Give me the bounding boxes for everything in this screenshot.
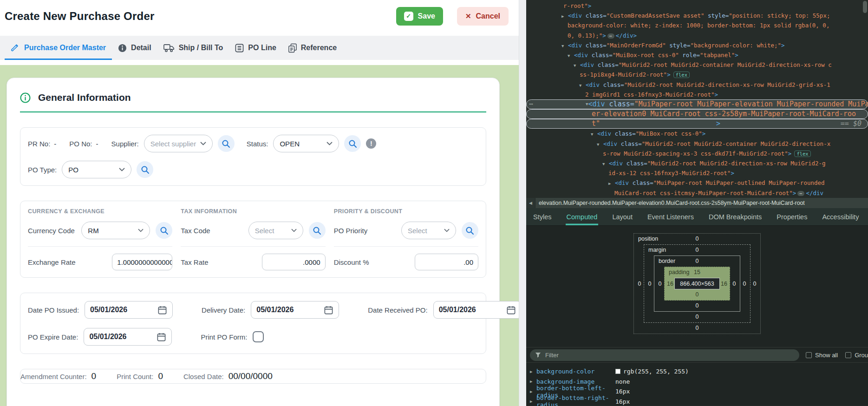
devtools-tab-computed[interactable]: Computed xyxy=(566,208,599,225)
calendar-icon[interactable] xyxy=(324,305,333,315)
box-model-border-layer[interactable]: border 0 0 padding 15 16 xyxy=(654,255,740,312)
status-select[interactable]: OPEN xyxy=(273,135,339,152)
devtools-tree-node-line[interactable]: ss-1pi8xg4-MuiGrid2-root">flex xyxy=(526,70,868,79)
tax-code-search-button[interactable] xyxy=(309,222,326,239)
show-all-checkbox[interactable] xyxy=(806,352,812,358)
computed-property-row[interactable]: ▶border-bottom-right-radius16px xyxy=(526,397,868,406)
node-expand-arrow-icon[interactable]: ▶ xyxy=(561,12,568,21)
property-expand-arrow-icon[interactable]: ▶ xyxy=(530,389,536,394)
node-expand-arrow-icon[interactable]: ▼ xyxy=(561,41,568,51)
discount-input[interactable]: .00 xyxy=(415,254,478,270)
devtools-tab-event-listeners[interactable]: Event Listeners xyxy=(646,208,695,225)
pr-no-label: PR No: xyxy=(28,140,50,148)
devtools-tree-node-line[interactable]: ▶<div class="CustomBreadAssetSave asset"… xyxy=(526,11,868,20)
cancel-button[interactable]: ✕ Cancel xyxy=(457,7,509,26)
devtools-selected-node-line[interactable]: t"> == $0 xyxy=(526,119,868,129)
flex-badge[interactable]: flex xyxy=(673,72,690,78)
box-model-margin-layer[interactable]: margin 0 0 border 0 0 xyxy=(644,244,751,323)
node-expand-arrow-icon[interactable]: ▶ xyxy=(608,179,615,189)
devtools-tree-node-line[interactable]: 0, 0.13);">⋯</div> xyxy=(526,31,868,40)
group-checkbox[interactable] xyxy=(845,352,851,358)
property-expand-arrow-icon[interactable]: ▶ xyxy=(530,379,536,384)
devtools-tree-node-line[interactable]: ▼<div class="MuiGrid2-root MuiGrid2-dire… xyxy=(526,158,868,168)
devtools-tree-node-line[interactable]: r-root"> xyxy=(526,1,868,11)
devtools-tab-layout[interactable]: Layout xyxy=(611,208,633,225)
devtools-tree-node-line[interactable]: id-xs-12 css-16fnxy3-MuiGrid2-root"> xyxy=(526,168,868,178)
calendar-icon[interactable] xyxy=(157,305,167,315)
tab-purchase-order-master[interactable]: Purchase Order Master xyxy=(5,36,112,60)
property-expand-arrow-icon[interactable]: ▶ xyxy=(530,369,536,374)
code-token: </div xyxy=(806,190,823,196)
devtools-tree-node-line[interactable]: MuiCard-root css-itcmsy-MuiPaper-root-Mu… xyxy=(526,188,868,198)
save-button[interactable]: ✓ Save xyxy=(396,7,443,26)
code-token: r-root" xyxy=(563,2,588,9)
tab-ship-bill-to[interactable]: Ship / Bill To xyxy=(157,36,229,60)
po-type-search-button[interactable] xyxy=(137,161,153,178)
node-expand-arrow-icon[interactable]: ▼ xyxy=(574,61,580,71)
box-model-content-size[interactable]: 866.400×563 xyxy=(674,278,720,289)
devtools-selected-node-line[interactable]: er-elevation0 MuiCard-root css-2s58ym-Mu… xyxy=(526,109,868,119)
devtools-tree-node-line[interactable]: s-row MuiGrid2-spacing-xs-3 css-dkd71f-M… xyxy=(526,149,868,158)
exchange-rate-input[interactable]: 1.0000000000000 xyxy=(112,254,172,270)
collapsed-content-icon[interactable]: ⋯ xyxy=(607,33,614,39)
currency-tax-priority-box: CURRENCY & EXCHANGE Currency Code RM xyxy=(20,201,486,278)
tab-detail[interactable]: Detail xyxy=(112,36,157,60)
currency-search-button[interactable] xyxy=(156,222,172,239)
purchase-order-app: Create New Purchase Order ✓ Save ✕ Cance… xyxy=(0,0,519,406)
tax-code-select[interactable]: Select xyxy=(248,222,303,239)
devtools-tab-properties[interactable]: Properties xyxy=(776,208,808,225)
currency-code-select[interactable]: RM xyxy=(81,222,150,239)
devtools-tree-node-line[interactable]: ▼<div class="MainOrderFromGd" style="bac… xyxy=(526,40,868,50)
node-expand-arrow-icon[interactable]: ▼ xyxy=(591,130,597,139)
devtools-tree-node-line[interactable]: 2 imgGird1 css-16fnxy3-MuiGrid2-root"> xyxy=(526,90,868,99)
po-type-select[interactable]: PO xyxy=(62,161,131,178)
po-priority-select[interactable]: Select xyxy=(401,222,456,239)
tab-reference[interactable]: Reference xyxy=(282,36,343,60)
supplier-search-button[interactable] xyxy=(218,135,235,152)
date-po-issued-label: Date PO Issued: xyxy=(28,306,79,314)
devtools-tree-node-line[interactable]: ▼<div class="MuiBox-root css-0"> xyxy=(526,129,868,138)
calendar-icon[interactable] xyxy=(157,332,166,342)
box-model-position-layer[interactable]: position 0 0 margin 0 0 border 0 xyxy=(633,233,761,334)
property-expand-arrow-icon[interactable]: ▶ xyxy=(530,399,536,404)
devtools-tree-node-line[interactable]: ▼<div class="MuiGrid2-root MuiGrid2-cont… xyxy=(526,60,868,70)
devtools-scrollbar-thumb[interactable] xyxy=(863,1,867,13)
devtools-tree-node-line[interactable]: background-color: white; z-index: 1000; … xyxy=(526,20,868,30)
devtools-tab-dom-breakpoints[interactable]: DOM Breakpoints xyxy=(708,208,763,225)
devtools-tree-node-line[interactable]: ▼<div class="MuiBox-root css-0" role="ta… xyxy=(526,50,868,60)
node-more-actions-icon[interactable]: ⋯ xyxy=(529,99,534,109)
tab-po-line[interactable]: PO Line xyxy=(229,36,282,60)
filter-input[interactable]: Filter xyxy=(530,349,799,361)
node-expand-arrow-icon[interactable]: ▼ xyxy=(579,81,586,91)
delivery-date-input[interactable]: 05/01/2026 xyxy=(251,301,339,319)
devtools-tree-node-line[interactable]: ▼<div class="MuiGrid2-root MuiGrid2-dire… xyxy=(526,80,868,90)
po-priority-search-button[interactable] xyxy=(462,222,478,239)
color-swatch-icon[interactable] xyxy=(615,369,620,374)
supplier-select[interactable]: Select supplier xyxy=(144,135,213,152)
tax-rate-input[interactable]: .0000 xyxy=(262,254,326,270)
flex-badge[interactable]: flex xyxy=(794,151,810,157)
devtools-tree-node-line[interactable]: ▶<div class="MuiPaper-root MuiPaper-outl… xyxy=(526,178,868,188)
status-search-button[interactable] xyxy=(344,135,361,152)
devtools-tab-styles[interactable]: Styles xyxy=(532,208,553,225)
devtools-breadcrumb[interactable]: elevation.MuiPaper-rounded.MuiPaper-elev… xyxy=(535,200,805,206)
calendar-icon[interactable] xyxy=(506,305,516,315)
devtools-tab-accessibility[interactable]: Accessibility xyxy=(821,208,860,225)
date-received-po-input[interactable]: 05/01/2026 xyxy=(433,301,519,319)
date-po-issued-input[interactable]: 05/01/2026 xyxy=(85,301,173,319)
print-po-form-checkbox[interactable] xyxy=(253,331,264,342)
devtools-tree-node-line[interactable]: ▼<div class="MuiGrid2-root MuiGrid2-cont… xyxy=(526,139,868,149)
po-expire-date-input[interactable]: 05/01/2026 xyxy=(84,328,172,346)
collapsed-content-icon[interactable]: ⋯ xyxy=(797,191,804,196)
devtools-elements-tree[interactable]: r-root">▶<div class="CustomBreadAssetSav… xyxy=(526,0,868,198)
breadcrumb-collapse-icon[interactable]: ◀ xyxy=(526,198,535,208)
page-scrollbar[interactable] xyxy=(519,0,526,406)
node-expand-arrow-icon[interactable]: ▼ xyxy=(597,140,603,150)
computed-property-row[interactable]: ▶background-colorrgb(255, 255, 255) xyxy=(526,367,868,377)
computed-properties-list: ▶background-colorrgb(255, 255, 255)▶back… xyxy=(526,367,868,406)
status-label: Status: xyxy=(247,140,268,148)
node-expand-arrow-icon[interactable]: ▼ xyxy=(602,159,609,169)
node-expand-arrow-icon[interactable]: ▼ xyxy=(568,51,574,61)
box-model-padding-layer[interactable]: padding 15 16 866.400×563 16 0 xyxy=(664,267,730,301)
devtools-selected-node-line[interactable]: ⋯▼<div class="MuiPaper-root MuiPaper-ele… xyxy=(526,99,868,109)
